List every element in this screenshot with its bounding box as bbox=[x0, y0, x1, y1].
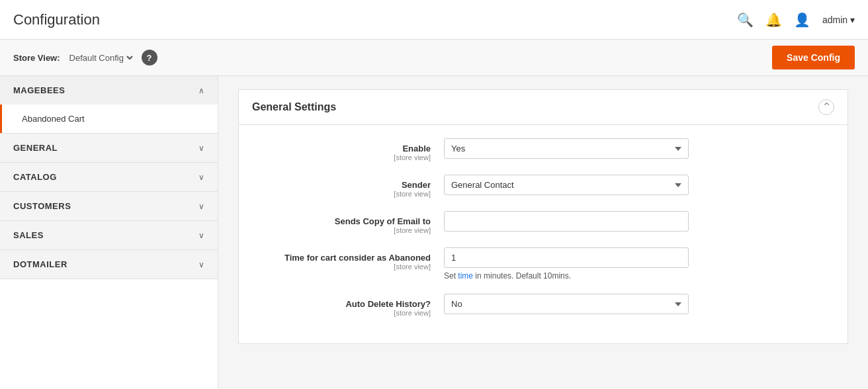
store-view-select[interactable]: Default Config bbox=[67, 52, 135, 64]
auto-delete-label: Auto Delete History? bbox=[259, 299, 431, 309]
sidebar-section-customers: CUSTOMERS ∨ bbox=[0, 192, 218, 221]
sender-field-col: General Contact Sales Representative Cus… bbox=[444, 175, 828, 195]
sidebar-section-title-catalog: CATALOG bbox=[13, 172, 57, 182]
save-config-button[interactable]: Save Config bbox=[772, 46, 855, 69]
copy-email-input[interactable] bbox=[444, 211, 689, 232]
enable-label-col: Enable [store view] bbox=[259, 138, 444, 161]
dotmailer-chevron-icon: ∨ bbox=[198, 260, 204, 269]
settings-section-title: General Settings bbox=[252, 101, 336, 113]
sidebar-section-title-sales: SALES bbox=[13, 230, 44, 240]
user-icon: 👤 bbox=[794, 12, 810, 28]
customers-chevron-icon: ∨ bbox=[198, 202, 204, 211]
form-row-sender: Sender [store view] General Contact Sale… bbox=[259, 175, 828, 198]
form-content: Enable [store view] Yes No Sender [sto bbox=[239, 125, 847, 343]
sender-sublabel: [store view] bbox=[259, 190, 431, 198]
page-title: Configuration bbox=[13, 11, 100, 28]
header-actions: 🔍 🔔 👤 admin ▾ bbox=[737, 12, 855, 28]
enable-select[interactable]: Yes No bbox=[444, 138, 689, 159]
auto-delete-label-col: Auto Delete History? [store view] bbox=[259, 294, 444, 317]
sender-select[interactable]: General Contact Sales Representative Cus… bbox=[444, 175, 689, 195]
cart-time-help-text: Set time in minutes. Default 10mins. bbox=[444, 271, 828, 281]
settings-section-header[interactable]: General Settings ⌃ bbox=[239, 90, 847, 125]
store-view-dropdown[interactable]: Default Config bbox=[67, 52, 135, 64]
magebees-chevron-icon: ∧ bbox=[198, 86, 204, 95]
sender-label-col: Sender [store view] bbox=[259, 175, 444, 198]
copy-email-field-col bbox=[444, 211, 828, 232]
sidebar-section-header-general[interactable]: GENERAL ∨ bbox=[0, 134, 218, 162]
help-icon[interactable]: ? bbox=[142, 50, 157, 65]
content-area: General Settings ⌃ Enable [store view] Y… bbox=[218, 76, 868, 389]
cart-time-sublabel: [store view] bbox=[259, 263, 431, 271]
time-link[interactable]: time bbox=[458, 271, 473, 281]
general-chevron-icon: ∨ bbox=[198, 144, 204, 153]
sidebar-section-header-sales[interactable]: SALES ∨ bbox=[0, 221, 218, 249]
cart-time-label: Time for cart consider as Abanoned bbox=[259, 253, 431, 263]
copy-email-label: Sends Copy of Email to bbox=[259, 216, 431, 226]
enable-field-col: Yes No bbox=[444, 138, 828, 159]
form-row-auto-delete: Auto Delete History? [store view] No Yes bbox=[259, 294, 828, 317]
catalog-chevron-icon: ∨ bbox=[198, 173, 204, 182]
form-row-cart-time: Time for cart consider as Abanoned [stor… bbox=[259, 247, 828, 281]
admin-dropdown-icon: ▾ bbox=[850, 15, 855, 25]
sidebar-section-catalog: CATALOG ∨ bbox=[0, 163, 218, 192]
store-view-area: Store View: Default Config ? bbox=[13, 50, 157, 65]
sidebar-section-title-dotmailer: DOTMAILER bbox=[13, 259, 67, 269]
form-row-copy-email: Sends Copy of Email to [store view] bbox=[259, 211, 828, 234]
sidebar-section-header-customers[interactable]: CUSTOMERS ∨ bbox=[0, 192, 218, 220]
auto-delete-field-col: No Yes bbox=[444, 294, 828, 314]
copy-email-label-col: Sends Copy of Email to [store view] bbox=[259, 211, 444, 234]
admin-label[interactable]: admin ▾ bbox=[822, 15, 855, 25]
sidebar-section-title-general: GENERAL bbox=[13, 143, 58, 153]
general-settings-section: General Settings ⌃ Enable [store view] Y… bbox=[238, 89, 848, 344]
sender-label: Sender bbox=[259, 180, 431, 190]
form-row-enable: Enable [store view] Yes No bbox=[259, 138, 828, 161]
cart-time-field-col: Set time in minutes. Default 10mins. bbox=[444, 247, 828, 281]
sidebar-item-abandoned-cart[interactable]: Abandoned Cart bbox=[0, 105, 218, 133]
enable-label: Enable bbox=[259, 144, 431, 153]
sidebar-section-header-magebees[interactable]: MAGEBEES ∧ bbox=[0, 76, 218, 105]
sidebar-section-title-customers: CUSTOMERS bbox=[13, 201, 71, 211]
collapse-button[interactable]: ⌃ bbox=[818, 99, 834, 115]
auto-delete-sublabel: [store view] bbox=[259, 309, 431, 317]
sidebar-section-general: GENERAL ∨ bbox=[0, 134, 218, 163]
sidebar-section-header-dotmailer[interactable]: DOTMAILER ∨ bbox=[0, 250, 218, 279]
sidebar-section-dotmailer: DOTMAILER ∨ bbox=[0, 250, 218, 279]
subheader: Store View: Default Config ? Save Config bbox=[0, 40, 868, 76]
sidebar-section-sales: SALES ∨ bbox=[0, 221, 218, 250]
cart-time-label-col: Time for cart consider as Abanoned [stor… bbox=[259, 247, 444, 271]
copy-email-sublabel: [store view] bbox=[259, 226, 431, 234]
enable-sublabel: [store view] bbox=[259, 153, 431, 161]
sidebar-section-magebees: MAGEBEES ∧ Abandoned Cart bbox=[0, 76, 218, 134]
sidebar-section-title-magebees: MAGEBEES bbox=[13, 85, 65, 95]
auto-delete-select[interactable]: No Yes bbox=[444, 294, 689, 314]
top-header: Configuration 🔍 🔔 👤 admin ▾ bbox=[0, 0, 868, 40]
cart-time-input[interactable] bbox=[444, 247, 689, 268]
main-layout: MAGEBEES ∧ Abandoned Cart GENERAL ∨ CATA… bbox=[0, 76, 868, 389]
sales-chevron-icon: ∨ bbox=[198, 231, 204, 240]
sidebar: MAGEBEES ∧ Abandoned Cart GENERAL ∨ CATA… bbox=[0, 76, 218, 389]
sidebar-section-header-catalog[interactable]: CATALOG ∨ bbox=[0, 163, 218, 191]
search-icon[interactable]: 🔍 bbox=[737, 12, 754, 28]
store-view-label: Store View: bbox=[13, 53, 60, 63]
bell-icon[interactable]: 🔔 bbox=[765, 12, 782, 28]
